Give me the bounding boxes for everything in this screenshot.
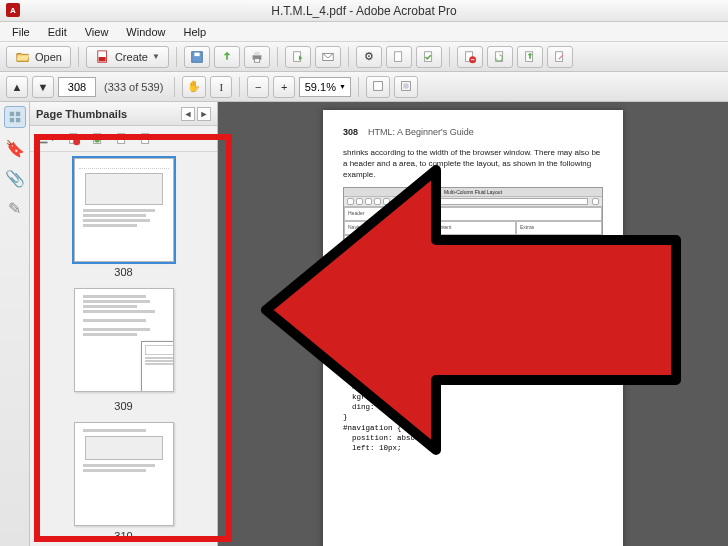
tool-7-button[interactable]	[547, 46, 573, 68]
figure-title: Multi-Column Fluid Layout	[344, 188, 602, 198]
save-button[interactable]	[184, 46, 210, 68]
email-button[interactable]	[315, 46, 341, 68]
thumbnails-panel: Page Thumbnails ◄ ► ▾	[30, 102, 218, 546]
document-view[interactable]: 308 HTML: A Beginner's Guide shrinks acc…	[218, 102, 728, 546]
zoom-value[interactable]: 59.1% ▼	[299, 77, 351, 97]
zoom-out-button[interactable]: −	[247, 76, 269, 98]
share-button[interactable]	[214, 46, 240, 68]
fit-page-icon	[399, 79, 413, 95]
select-tool-button[interactable]: I	[210, 76, 232, 98]
thumbs-next-button[interactable]: ►	[197, 107, 211, 121]
menu-help[interactable]: Help	[175, 24, 214, 40]
tool-4-button[interactable]	[457, 46, 483, 68]
thumbs-prev-button[interactable]: ◄	[181, 107, 195, 121]
drag-ghost-thumbnail: ↖	[141, 341, 174, 392]
page-up-button[interactable]: ▲	[6, 76, 28, 98]
zoom-in-button[interactable]: +	[273, 76, 295, 98]
menu-bar: File Edit View Window Help	[0, 22, 728, 42]
tool-2-button[interactable]	[386, 46, 412, 68]
signature-icon: ✎	[8, 199, 21, 218]
page-number-input[interactable]	[58, 77, 96, 97]
svg-rect-22	[15, 118, 19, 122]
arrow-up-icon: ▲	[12, 81, 23, 93]
bookmarks-tab[interactable]: 🔖	[5, 138, 25, 158]
figure-nav-col: Navigation	[344, 221, 430, 235]
text-select-icon: I	[219, 81, 223, 93]
fit-page-button[interactable]	[394, 76, 418, 98]
folder-open-icon	[15, 49, 31, 65]
figure-footer: Footer	[344, 235, 602, 249]
thumbs-rotate-button[interactable]	[88, 129, 108, 149]
create-label: Create	[115, 51, 148, 63]
page-down-button[interactable]: ▼	[32, 76, 54, 98]
menu-window[interactable]: Window	[118, 24, 173, 40]
open-label: Open	[35, 51, 62, 63]
thumbnails-toolbar: ▾	[30, 126, 217, 152]
thumbnails-list[interactable]: 308	[30, 152, 217, 546]
svg-rect-20	[15, 112, 19, 116]
page-edit-icon	[552, 49, 568, 65]
bookmark-icon: 🔖	[5, 139, 25, 158]
attachments-tab[interactable]: 📎	[5, 168, 25, 188]
export-button[interactable]	[285, 46, 311, 68]
thumbnails-header: Page Thumbnails ◄ ►	[30, 102, 217, 126]
menu-file[interactable]: File	[4, 24, 38, 40]
svg-rect-19	[9, 112, 13, 116]
menu-edit[interactable]: Edit	[40, 24, 75, 40]
page-checkmark-icon	[421, 49, 437, 65]
doc-code-block: { margin: 10px 10px 0px 10px; padding: 0…	[343, 331, 603, 453]
thumb-label: 310	[114, 530, 132, 542]
print-icon	[249, 49, 265, 65]
document-page: 308 HTML: A Beginner's Guide shrinks acc…	[323, 110, 623, 546]
doc-figure-browser: Multi-Column Fluid Layout Header Navigat…	[343, 187, 603, 251]
tool-6-button[interactable]	[517, 46, 543, 68]
svg-rect-18	[404, 83, 409, 88]
nav-rail: 🔖 📎 ✎	[0, 102, 30, 546]
thumbnail-309[interactable]: ↖ 309	[30, 288, 217, 412]
pdf-create-icon	[95, 49, 111, 65]
page-export-icon	[290, 49, 306, 65]
svg-rect-23	[39, 134, 48, 136]
thumbs-extract-button[interactable]	[136, 129, 156, 149]
thumbs-delete-button[interactable]	[64, 129, 84, 149]
doc-paragraph: shrinks according to the width of the br…	[343, 148, 603, 180]
arrow-down-icon: ▼	[38, 81, 49, 93]
doc-paragraph: age layout, the following shows what the…	[343, 298, 603, 309]
svg-rect-9	[395, 51, 402, 61]
create-button[interactable]: Create ▼	[86, 46, 169, 68]
page-up-icon	[522, 49, 538, 65]
tool-1-button[interactable]: ⚙	[356, 46, 382, 68]
tool-3-button[interactable]	[416, 46, 442, 68]
paperclip-icon: 📎	[5, 169, 25, 188]
thumbnail-308[interactable]: 308	[30, 158, 217, 278]
thumbnails-tab[interactable]	[4, 106, 26, 128]
chevron-down-icon: ▼	[339, 83, 346, 90]
svg-rect-1	[99, 57, 106, 61]
svg-rect-16	[374, 81, 383, 90]
open-button[interactable]: Open	[6, 46, 71, 68]
figure-header: Header	[344, 207, 602, 221]
fit-width-button[interactable]	[366, 76, 390, 98]
save-icon	[189, 49, 205, 65]
thumb-label: 309	[114, 400, 132, 412]
svg-rect-21	[9, 118, 13, 122]
svg-point-27	[73, 138, 80, 145]
dropdown-arrow-icon: ▼	[152, 52, 160, 61]
envelope-icon	[320, 49, 336, 65]
menu-view[interactable]: View	[77, 24, 117, 40]
tool-5-button[interactable]	[487, 46, 513, 68]
doc-book-title: HTML: A Beginner's Guide	[368, 126, 474, 138]
fit-width-icon	[371, 79, 385, 95]
gear-icon: ⚙	[361, 49, 377, 65]
page-tool-icon	[391, 49, 407, 65]
print-button[interactable]	[244, 46, 270, 68]
thumbs-insert-button[interactable]	[112, 129, 132, 149]
figure-content-col: Content	[430, 221, 516, 235]
hand-tool-button[interactable]: ✋	[182, 76, 206, 98]
signatures-tab[interactable]: ✎	[5, 198, 25, 218]
toolbar-main: Open Create ▼ ⚙	[0, 42, 728, 72]
page-count-label: (333 of 539)	[100, 81, 167, 93]
thumbs-options-button[interactable]: ▾	[36, 129, 56, 149]
thumbnail-310[interactable]: 310	[30, 422, 217, 542]
figure-extras-col: Extras	[516, 221, 602, 235]
